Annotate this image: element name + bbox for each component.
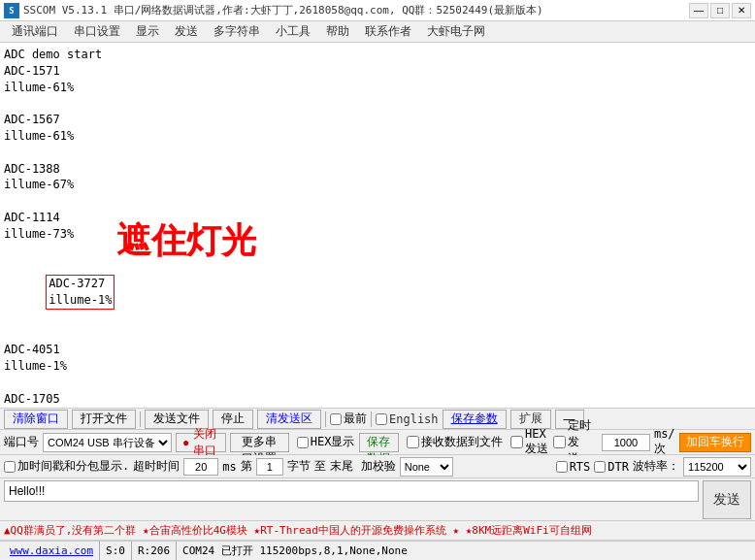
dtr-label[interactable]: DTR bbox=[594, 460, 629, 474]
last-label: 最前 bbox=[344, 411, 367, 427]
interval-input[interactable] bbox=[602, 434, 650, 451]
timestamp-label[interactable]: 加时间戳和分包显示. bbox=[4, 458, 129, 475]
hex-send-checkbox[interactable] bbox=[510, 436, 523, 448]
hex-display-checkbox[interactable] bbox=[297, 437, 309, 448]
website-section: www.daxia.com bbox=[4, 542, 100, 560]
settings-row2: 加时间戳和分包显示. 超时时间 ms 第 字节 至 末尾 加校验 None RT… bbox=[0, 455, 755, 478]
minimize-button[interactable]: — bbox=[689, 3, 708, 18]
dtr-text: DTR bbox=[607, 460, 629, 474]
log-line: illume-67% bbox=[4, 177, 751, 193]
add-return-button[interactable]: 加回车换行 bbox=[679, 433, 751, 452]
input-left bbox=[4, 480, 699, 518]
rts-text: RTS bbox=[570, 460, 591, 474]
page-input[interactable] bbox=[256, 458, 283, 476]
port-label: 端口号 bbox=[4, 434, 39, 450]
menu-bar: 通讯端口串口设置显示发送多字符串小工具帮助联系作者大虾电子网 bbox=[0, 21, 755, 43]
recv-file-checkbox[interactable] bbox=[407, 436, 419, 448]
main-area: ADC demo start ADC-1571 illume-61% ADC-1… bbox=[0, 43, 755, 560]
menu-item-帮助[interactable]: 帮助 bbox=[318, 21, 357, 42]
english-checkbox[interactable] bbox=[376, 413, 387, 425]
r-section: R:206 bbox=[132, 542, 177, 560]
hex-send-label[interactable]: HEX发送 bbox=[510, 427, 549, 457]
english-checkbox-label[interactable]: English bbox=[376, 412, 439, 426]
log-line: ADC-1705 bbox=[4, 391, 751, 408]
hex-display-text: HEX显示 bbox=[311, 434, 355, 450]
open-file-button[interactable]: 打开文件 bbox=[72, 410, 136, 429]
s-value: S:0 bbox=[106, 544, 125, 557]
menu-item-显示[interactable]: 显示 bbox=[128, 21, 167, 42]
menu-item-通讯端口[interactable]: 通讯端口 bbox=[4, 21, 66, 42]
verify-label: 加校验 bbox=[361, 458, 396, 475]
rts-checkbox[interactable] bbox=[556, 461, 568, 473]
byte-label: 字节 bbox=[287, 458, 311, 475]
last-checkbox[interactable] bbox=[330, 413, 342, 425]
app-icon: S bbox=[4, 3, 19, 18]
hex-send-text: HEX发送 bbox=[525, 427, 549, 457]
menu-item-小工具[interactable]: 小工具 bbox=[268, 21, 318, 42]
menu-item-联系作者[interactable]: 联系作者 bbox=[357, 21, 419, 42]
clear-send-button[interactable]: 清发送区 bbox=[257, 410, 321, 429]
menu-item-发送[interactable]: 发送 bbox=[167, 21, 206, 42]
log-line: ADC-1567 bbox=[4, 112, 751, 128]
title-bar-left: S SSCOM V5.13.1 串口/网络数据调试器,作者:大虾丁丁,26180… bbox=[4, 3, 543, 18]
baud-select[interactable]: 115200 bbox=[683, 457, 751, 477]
title-text: SSCOM V5.13.1 串口/网络数据调试器,作者:大虾丁丁,2618058… bbox=[23, 3, 543, 17]
log-line: ADC-1571 bbox=[4, 63, 751, 80]
log-line: illume-61% bbox=[4, 128, 751, 145]
log-line: illume-64% bbox=[4, 408, 751, 409]
title-controls: — □ ✕ bbox=[689, 3, 751, 18]
last-checkbox-label[interactable]: 最前 bbox=[330, 411, 367, 427]
settings-row: 端口号 COM24 USB 串行设备 ● 关闭串口 更多串口设置 HEX显示 保… bbox=[0, 430, 755, 455]
menu-item-大虾电子网[interactable]: 大虾电子网 bbox=[419, 21, 493, 42]
log-area: ADC demo start ADC-1571 illume-61% ADC-1… bbox=[0, 43, 755, 409]
highlight-span: ADC-3727illume-1% bbox=[46, 275, 115, 310]
ad-bar: ▲QQ群满员了,没有第二个群 ★合宙高性价比4G模块 ★RT-Thread中国人… bbox=[0, 521, 755, 541]
recv-file-label[interactable]: 接收数据到文件 bbox=[407, 434, 503, 450]
expand-button[interactable]: 扩展 bbox=[510, 410, 551, 429]
input-right: 发送 bbox=[703, 480, 751, 518]
send-button[interactable]: 发送 bbox=[703, 480, 751, 519]
log-line: ADC-1388 bbox=[4, 161, 751, 178]
log-line bbox=[4, 326, 751, 343]
menu-item-串口设置[interactable]: 串口设置 bbox=[66, 21, 128, 42]
english-label: English bbox=[389, 412, 439, 426]
log-line bbox=[4, 145, 751, 161]
input-section: 发送 bbox=[0, 478, 755, 521]
save-data-button[interactable]: 保存数据 bbox=[359, 433, 400, 452]
close-port-label: 关闭串口 bbox=[191, 426, 218, 459]
timed-send-checkbox[interactable] bbox=[553, 436, 566, 448]
port-select[interactable]: COM24 USB 串行设备 bbox=[43, 433, 172, 452]
baud-label: 波特率： bbox=[633, 458, 679, 475]
timestamp-text: 加时间戳和分包显示. bbox=[17, 458, 129, 475]
rts-label[interactable]: RTS bbox=[556, 460, 591, 474]
website-link[interactable]: www.daxia.com bbox=[10, 544, 93, 557]
log-line: illume-1% bbox=[4, 358, 751, 375]
port-status-section: COM24 已打开 115200bps,8,1,None,None bbox=[177, 542, 413, 560]
log-line: ADC demo start bbox=[4, 47, 751, 63]
maximize-button[interactable]: □ bbox=[710, 3, 730, 18]
timestamp-checkbox[interactable] bbox=[4, 461, 16, 473]
recv-file-text: 接收数据到文件 bbox=[421, 434, 503, 450]
verify-select[interactable]: None bbox=[400, 457, 453, 477]
from-label: 至 bbox=[314, 458, 326, 475]
separator bbox=[140, 412, 141, 427]
menu-item-多字符串[interactable]: 多字符串 bbox=[206, 21, 268, 42]
close-port-button[interactable]: ● 关闭串口 bbox=[176, 433, 226, 452]
timeout-input[interactable] bbox=[183, 458, 218, 476]
log-line bbox=[4, 95, 751, 112]
send-input[interactable] bbox=[4, 480, 699, 502]
title-bar: S SSCOM V5.13.1 串口/网络数据调试器,作者:大虾丁丁,26180… bbox=[0, 0, 755, 21]
save-params-button[interactable]: 保存参数 bbox=[443, 410, 507, 429]
big-text-overlay: 遮住灯光 bbox=[116, 217, 256, 265]
log-line: ADC-4051 bbox=[4, 342, 751, 358]
close-button[interactable]: ✕ bbox=[732, 3, 751, 18]
dtr-checkbox[interactable] bbox=[594, 461, 606, 473]
hex-display-label[interactable]: HEX显示 bbox=[297, 434, 355, 450]
port-status: COM24 已打开 115200bps,8,1,None,None bbox=[182, 544, 408, 558]
status-bar: www.daxia.com S:0 R:206 COM24 已打开 115200… bbox=[0, 541, 755, 560]
r-value: R:206 bbox=[138, 544, 170, 557]
separator bbox=[371, 412, 372, 427]
clear-window-button[interactable]: 清除窗口 bbox=[4, 410, 68, 429]
more-settings-button[interactable]: 更多串口设置 bbox=[230, 433, 289, 452]
s-section: S:0 bbox=[100, 542, 132, 560]
